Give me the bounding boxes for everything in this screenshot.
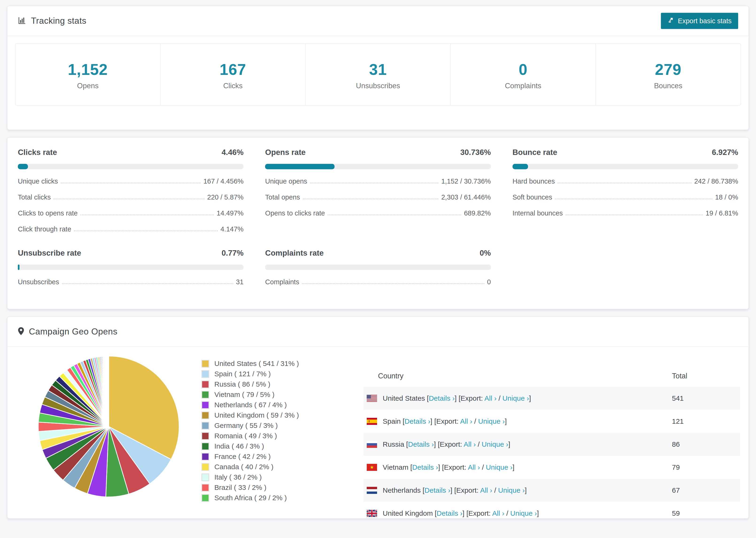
details-link-ru[interactable]: Details › <box>408 440 434 448</box>
tracking-stats-card: Tracking stats Export basic stats 1,152 … <box>7 6 749 130</box>
export-all-link-gb[interactable]: All › <box>492 510 505 517</box>
page: Tracking stats Export basic stats 1,152 … <box>0 0 756 524</box>
rates-card: Clicks rate 4.46% Unique clicks 167 / 4.… <box>7 137 749 309</box>
rate-detail-label: Total clicks <box>18 193 51 201</box>
legend-label: Canada ( 40 / 2% ) <box>214 463 274 471</box>
rate-panel-bounce-rate: Bounce rate 6.927% Hard bounces 242 / 86… <box>513 148 738 233</box>
details-link-gb[interactable]: Details › <box>437 510 462 517</box>
stat-label: Opens <box>16 82 160 90</box>
legend-item-canada: Canada ( 40 / 2% ) <box>201 463 363 471</box>
legend-label: Netherlands ( 67 / 4% ) <box>214 401 287 409</box>
export-unique-link-nl[interactable]: Unique › <box>498 486 525 494</box>
country-name: United Kingdom <box>383 510 433 517</box>
rate-detail-value: 14.497% <box>217 209 244 217</box>
details-link-us[interactable]: Details › <box>429 394 455 402</box>
details-link-es[interactable]: Details › <box>405 417 430 425</box>
export-unique-link-us[interactable]: Unique › <box>503 394 529 402</box>
country-name: Spain <box>383 417 401 425</box>
export-unique-link-ru[interactable]: Unique › <box>482 440 508 448</box>
legend-label: Russia ( 86 / 5% ) <box>214 380 270 388</box>
details-link-vn[interactable]: Details › <box>412 463 438 471</box>
dotted-leader <box>303 198 439 199</box>
export-icon <box>668 17 675 26</box>
export-all-link-us[interactable]: All › <box>484 394 497 402</box>
rate-detail-value: 19 / 6.81% <box>706 209 738 217</box>
rate-detail-label: Soft bounces <box>513 193 552 201</box>
export-all-link-nl[interactable]: All › <box>480 486 492 494</box>
export-basic-stats-button[interactable]: Export basic stats <box>661 13 738 29</box>
legend-item-russia: Russia ( 86 / 5% ) <box>201 380 363 388</box>
legend-swatch <box>201 370 209 378</box>
rate-panel-complaints-rate: Complaints rate 0% Complaints 0 <box>265 248 491 286</box>
rate-detail-value: 31 <box>236 278 243 286</box>
legend-label: South Africa ( 29 / 2% ) <box>214 494 287 502</box>
legend-item-united-states: United States ( 541 / 31% ) <box>201 360 363 368</box>
legend-item-germany: Germany ( 55 / 3% ) <box>201 422 363 430</box>
country-total: 541 <box>672 387 740 410</box>
stat-cell-clicks: 167 Clicks <box>161 44 306 105</box>
legend-item-south-africa: South Africa ( 29 / 2% ) <box>201 494 363 502</box>
geo-table-column: Country Total United States[Details ›] [… <box>363 353 740 519</box>
dotted-leader <box>566 215 703 215</box>
geo-pie-legend: United States ( 541 / 31% ) Spain ( 121 … <box>201 353 363 519</box>
legend-item-netherlands: Netherlands ( 67 / 4% ) <box>201 401 363 409</box>
flag-nl-icon <box>367 487 377 494</box>
rate-detail-row: Soft bounces 18 / 0% <box>513 193 738 201</box>
geo-opens-title: Campaign Geo Opens <box>29 327 117 337</box>
dotted-leader <box>555 198 712 199</box>
legend-label: Romania ( 49 / 3% ) <box>214 432 277 440</box>
stat-cell-bounces: 279 Bounces <box>596 44 740 105</box>
rate-detail-row: Click through rate 4.147% <box>18 225 243 233</box>
legend-swatch <box>201 422 209 430</box>
export-unique-link-vn[interactable]: Unique › <box>486 463 512 471</box>
rates-grid: Clicks rate 4.46% Unique clicks 167 / 4.… <box>8 137 748 309</box>
legend-label: France ( 42 / 2% ) <box>214 453 271 460</box>
pie-slice-other-40[interactable] <box>108 356 109 426</box>
tracking-stats-header: Tracking stats Export basic stats <box>8 6 748 36</box>
rate-detail-value: 1,152 / 30.736% <box>441 178 491 185</box>
stat-value: 31 <box>306 61 450 79</box>
rate-detail-row: Internal bounces 19 / 6.81% <box>513 209 738 217</box>
rate-detail-label: Internal bounces <box>513 209 563 217</box>
rate-value: 0.77% <box>222 248 244 257</box>
legend-label: Spain ( 121 / 7% ) <box>214 370 271 378</box>
export-unique-link-es[interactable]: Unique › <box>478 417 505 425</box>
flag-ru-icon <box>367 441 377 448</box>
rate-detail-row: Hard bounces 242 / 86.738% <box>513 178 738 185</box>
export-all-link-ru[interactable]: All › <box>464 440 476 448</box>
rate-detail-value: 689.82% <box>464 209 491 217</box>
legend-item-romania: Romania ( 49 / 3% ) <box>201 432 363 440</box>
rate-value: 6.927% <box>712 148 738 157</box>
rate-detail-value: 167 / 4.456% <box>203 178 243 185</box>
rate-progress-fill <box>18 164 28 169</box>
legend-label: Germany ( 55 / 3% ) <box>214 422 278 430</box>
rate-title: Opens rate <box>265 148 305 157</box>
rate-progress-track <box>513 164 738 169</box>
rate-value: 30.736% <box>460 148 491 157</box>
campaign-geo-opens-card: Campaign Geo Opens United States ( 541 /… <box>7 316 749 519</box>
rate-detail-label: Total opens <box>265 193 300 201</box>
legend-swatch <box>201 432 209 440</box>
bar-chart-icon <box>18 16 26 26</box>
export-unique-link-gb[interactable]: Unique › <box>510 510 537 517</box>
stat-value: 1,152 <box>16 61 160 79</box>
country-name: Vietnam <box>383 463 408 471</box>
legend-swatch <box>201 401 209 409</box>
rate-progress-track <box>18 164 243 169</box>
legend-label: Italy ( 36 / 2% ) <box>214 473 262 481</box>
dotted-leader <box>81 215 214 215</box>
details-link-nl[interactable]: Details › <box>424 486 450 494</box>
export-all-link-vn[interactable]: All › <box>468 463 480 471</box>
dotted-leader <box>310 183 438 183</box>
legend-swatch <box>201 443 209 450</box>
legend-swatch <box>201 381 209 388</box>
legend-item-italy: Italy ( 36 / 2% ) <box>201 473 363 481</box>
rate-detail-value: 242 / 86.738% <box>694 178 738 185</box>
export-all-link-es[interactable]: All › <box>460 417 472 425</box>
flag-gb-icon <box>367 510 377 517</box>
country-name: Russia <box>383 440 404 448</box>
rate-detail-value: 2,303 / 61.446% <box>441 193 491 201</box>
legend-swatch <box>201 494 209 502</box>
export-button-label: Export basic stats <box>678 17 731 25</box>
geo-opens-pie-chart <box>36 354 181 499</box>
